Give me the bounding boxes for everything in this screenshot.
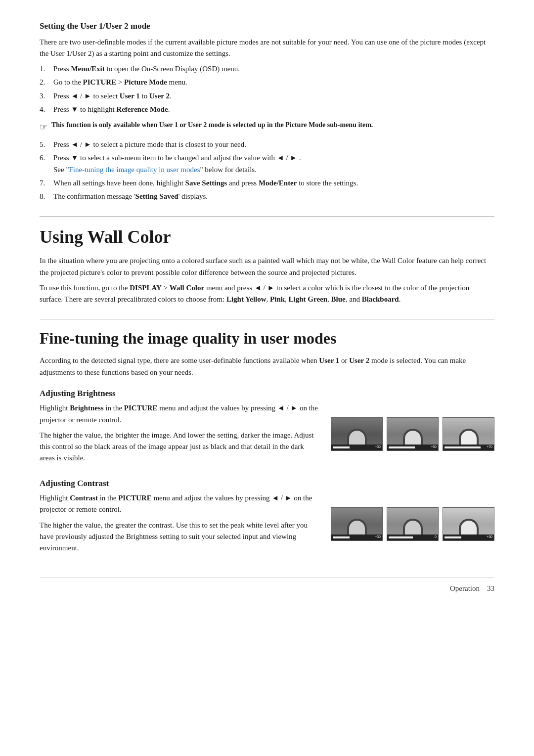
setting-intro: There are two user-definable modes if th… [40, 37, 494, 60]
note-box: ☞ This function is only available when U… [40, 120, 494, 134]
contrast-para1: Highlight Contrast in the PICTURE menu a… [40, 492, 321, 516]
step-3: 3. Press ◄ / ► to select User 1 to User … [40, 90, 494, 102]
contrast-images: +30 0 [331, 507, 494, 541]
step-1: 1. Press Menu/Exit to open the On-Screen… [40, 63, 494, 75]
fine-tuning-title: Fine-tuning the image quality in user mo… [40, 319, 494, 350]
footer-label: Operation 33 [450, 583, 494, 594]
brightness-content: Highlight Brightness in the PICTURE menu… [40, 402, 494, 468]
brightness-img-3: +70 [443, 417, 494, 451]
contrast-text: Highlight Contrast in the PICTURE menu a… [40, 492, 321, 558]
step-2: 2. Go to the PICTURE > Picture Mode menu… [40, 77, 494, 88]
note-icon: ☞ [40, 121, 47, 134]
step-5: 5. Press ◄ / ► to select a picture mode … [40, 139, 494, 150]
fine-tuning-intro: According to the detected signal type, t… [40, 355, 494, 378]
note-text: This function is only available when Use… [51, 120, 373, 130]
step-8: 8. The confirmation message 'Setting Sav… [40, 191, 494, 202]
setting-section: Setting the User 1/User 2 mode There are… [40, 20, 494, 202]
contrast-img-1: +30 [331, 507, 383, 541]
brightness-text: Highlight Brightness in the PICTURE menu… [40, 402, 321, 468]
brightness-images: +30 +50 [331, 417, 494, 451]
brightness-img-2: +50 [387, 417, 439, 451]
fine-tuning-section: Fine-tuning the image quality in user mo… [40, 319, 494, 558]
contrast-title: Adjusting Contrast [40, 477, 494, 490]
wall-color-para2: To use this function, go to the DISPLAY … [40, 282, 494, 306]
footer: Operation 33 [40, 578, 494, 594]
wall-color-section: Using Wall Color In the situation where … [40, 216, 494, 305]
setting-title: Setting the User 1/User 2 mode [40, 20, 494, 33]
brightness-img-1: +30 [331, 417, 383, 451]
step-6: 6. Press ▼ to select a sub-menu item to … [40, 152, 494, 176]
step-4: 4. Press ▼ to highlight Reference Mode. [40, 104, 494, 115]
contrast-content: Highlight Contrast in the PICTURE menu a… [40, 492, 494, 558]
contrast-img-2: 0 [387, 507, 439, 541]
setting-steps-list2: 5. Press ◄ / ► to select a picture mode … [40, 139, 494, 202]
contrast-img-3: +30 [443, 507, 494, 541]
brightness-para1: Highlight Brightness in the PICTURE menu… [40, 402, 321, 426]
wall-color-para1: In the situation where you are projectin… [40, 255, 494, 278]
brightness-para2: The higher the value, the brighter the i… [40, 430, 321, 464]
wall-color-title: Using Wall Color [40, 216, 494, 250]
contrast-para2: The higher the value, the greater the co… [40, 520, 321, 554]
fine-tuning-link[interactable]: Fine-tuning the image quality in user mo… [69, 166, 200, 174]
brightness-title: Adjusting Brightness [40, 387, 494, 400]
step-7: 7. When all settings have been done, hig… [40, 178, 494, 189]
setting-steps-list: 1. Press Menu/Exit to open the On-Screen… [40, 63, 494, 115]
